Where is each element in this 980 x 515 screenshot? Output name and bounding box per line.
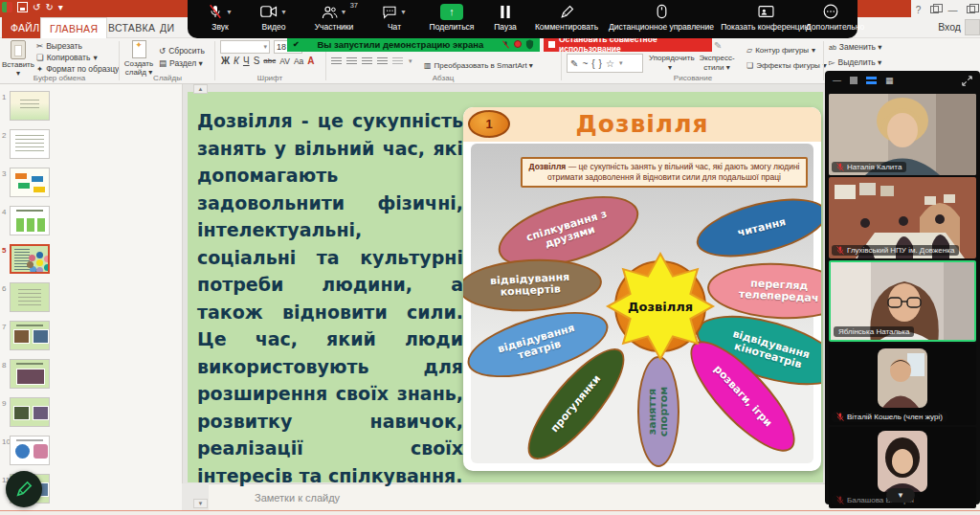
minimize-icon[interactable]: — <box>948 5 958 15</box>
check-icon: ✔ <box>293 40 300 49</box>
pencil-icon <box>15 481 33 498</box>
thumbnail-slide-1[interactable]: 1 <box>0 91 57 125</box>
thumbnail-slide-9[interactable]: 9 <box>0 397 57 432</box>
clipboard-group-label: Буфер обмена <box>0 74 119 82</box>
more-button[interactable]: Дополнительно <box>806 3 856 37</box>
recording-icon <box>514 40 522 48</box>
stop-share-banner[interactable]: Остановить совместное использование <box>544 36 712 52</box>
thumbnail-slide-2[interactable]: 2 <box>0 129 57 164</box>
account-flag-icon <box>965 19 980 35</box>
participant-tile-active-speaker[interactable]: Яблінська Наталька <box>829 260 976 342</box>
gallery-view-icon[interactable]: ▦ <box>885 76 895 85</box>
show-conference-button[interactable]: Показать конференцию <box>716 3 815 37</box>
shield-icon <box>525 39 534 50</box>
participants-button[interactable]: 37 ▼ Участники <box>302 3 366 37</box>
mic-muted-icon <box>836 413 844 421</box>
participant-tile[interactable]: Віталій Кошель (член журі) <box>829 344 976 425</box>
participant-name: Яблінська Наталька <box>838 327 909 336</box>
stop-icon <box>548 41 555 48</box>
mic-muted-icon <box>208 4 223 19</box>
participant-name: Віталій Кошель (член журі) <box>847 413 943 421</box>
tab-design[interactable]: ДИ <box>151 17 183 38</box>
show-conference-icon <box>758 5 774 18</box>
screen-share-banner: ✔ Вы запустили демонстрацию экрана <box>287 36 540 52</box>
video-participants-panel: — ▦ Наталія Калита <box>825 71 980 504</box>
mic-muted-icon <box>836 496 844 504</box>
thumbnail-slide-8[interactable]: 8 <box>0 359 57 393</box>
sign-in-link[interactable]: Вход <box>938 21 961 33</box>
slide-number: 4 <box>2 208 6 216</box>
audio-button[interactable]: ▼ Звук <box>195 3 245 37</box>
participant-tile[interactable]: Наталія Калита <box>829 94 976 175</box>
window-controls: ? — <box>911 0 980 19</box>
participants-count-badge: 37 <box>350 1 358 10</box>
slide-number: 6 <box>2 284 6 293</box>
collapse-panel-button[interactable]: ▼ <box>886 488 915 503</box>
thumbnail-slide-5-selected[interactable]: 5 <box>0 244 57 279</box>
thumbnail-slide-7[interactable]: 7 <box>0 321 57 355</box>
screen: ↺ ↻ ▾ ? — ФАЙЛ ГЛАВНАЯ ВСТАВКА ДИ Вход В… <box>0 0 980 515</box>
share-screen-button[interactable]: ↑ Поделиться <box>423 3 480 37</box>
chat-icon <box>382 5 397 19</box>
thumbnail-slide-3[interactable]: 3 <box>0 168 57 202</box>
save-icon[interactable] <box>17 2 28 12</box>
thumbnail-slide-10[interactable]: 10 <box>0 436 57 470</box>
restore-icon[interactable] <box>967 6 975 13</box>
replace-button[interactable]: abЗаменить ▾ <box>829 42 882 52</box>
participants-icon <box>322 5 338 19</box>
slide-number: 9 <box>2 399 6 408</box>
video-panel-header: — ▦ <box>825 71 980 90</box>
thumbnail-slide-6[interactable]: 6 <box>0 282 57 317</box>
current-slide[interactable]: Дозвілля - це сукупність занять у вільни… <box>188 92 823 482</box>
slide-number: 7 <box>2 323 6 331</box>
mic-muted-icon <box>836 163 844 171</box>
camera-icon <box>260 5 278 18</box>
qat-dropdown-icon[interactable]: ▾ <box>58 2 63 12</box>
scroll-down-button[interactable]: ▼ <box>193 499 208 508</box>
slide-thumbnail-pane: 1 2 3 4 5 6 7 <box>0 84 182 515</box>
strip-view-icon[interactable] <box>866 77 877 85</box>
window-bottom-border <box>0 510 980 515</box>
more-ellipsis-icon <box>823 4 838 19</box>
participant-tile[interactable]: Глухівський НПУ ім. Довженка <box>829 177 976 258</box>
slide-number-badge: 1 <box>468 110 510 138</box>
video-button[interactable]: ▼ Видео <box>249 3 299 37</box>
select-icon: ▻ <box>829 57 835 67</box>
mic-muted-icon <box>836 246 844 255</box>
undo-icon[interactable]: ↺ <box>33 2 40 12</box>
quick-access-toolbar: ↺ ↻ ▾ <box>2 2 63 12</box>
powerpoint-logo-icon <box>2 2 12 12</box>
chat-button[interactable]: ▼ Чат <box>369 3 419 37</box>
remote-control-button[interactable]: Дистанционное управление <box>609 3 714 37</box>
select-button[interactable]: ▻Выделить ▾ <box>829 57 881 67</box>
font-group-label: Шрифт <box>216 74 323 82</box>
annotate-pencil-icon <box>560 5 574 19</box>
slide-number: 1 <box>2 93 6 101</box>
diagram-title: Дозвілля <box>463 110 821 138</box>
remote-control-icon <box>657 4 667 19</box>
replace-icon: ab <box>829 44 836 51</box>
notes-placeholder: Заметки к слайду <box>255 492 340 504</box>
annotation-pencil-button[interactable] <box>6 471 42 507</box>
speaker-view-icon[interactable] <box>850 77 858 84</box>
minimize-view-icon[interactable]: — <box>833 76 841 85</box>
flower-center-label: Дозвілля <box>603 249 718 364</box>
tab-home[interactable]: ГЛАВНАЯ <box>40 17 107 38</box>
definition-box: Дозвілля — це сукупність занять у вільни… <box>521 157 808 188</box>
help-icon[interactable]: ? <box>916 5 922 15</box>
slide-number: 3 <box>2 169 6 178</box>
slide-body-text: Дозвілля - це сукупність занять у вільни… <box>197 107 463 489</box>
participant-name: Наталія Калита <box>847 163 902 171</box>
expand-panel-icon[interactable] <box>962 76 972 86</box>
ribbon-options-icon[interactable] <box>930 6 939 13</box>
petal-sport: заняття спортом <box>637 356 679 467</box>
slide-number: 5 <box>2 246 6 255</box>
pause-share-button[interactable]: Пауза <box>484 3 526 37</box>
zoom-meeting-toolbar: ▼ Звук ▼ Видео 37 ▼ Участники ▼ Чат ↑ По… <box>188 0 858 38</box>
scroll-up-button[interactable]: ▲ <box>193 84 208 94</box>
redo-icon[interactable]: ↻ <box>45 2 53 12</box>
thumbnail-slide-4[interactable]: 4 <box>0 206 57 240</box>
chevron-down-icon: ▼ <box>897 491 904 500</box>
slide-number: 2 <box>2 131 6 140</box>
annotate-button[interactable]: Комментировать <box>528 3 605 37</box>
